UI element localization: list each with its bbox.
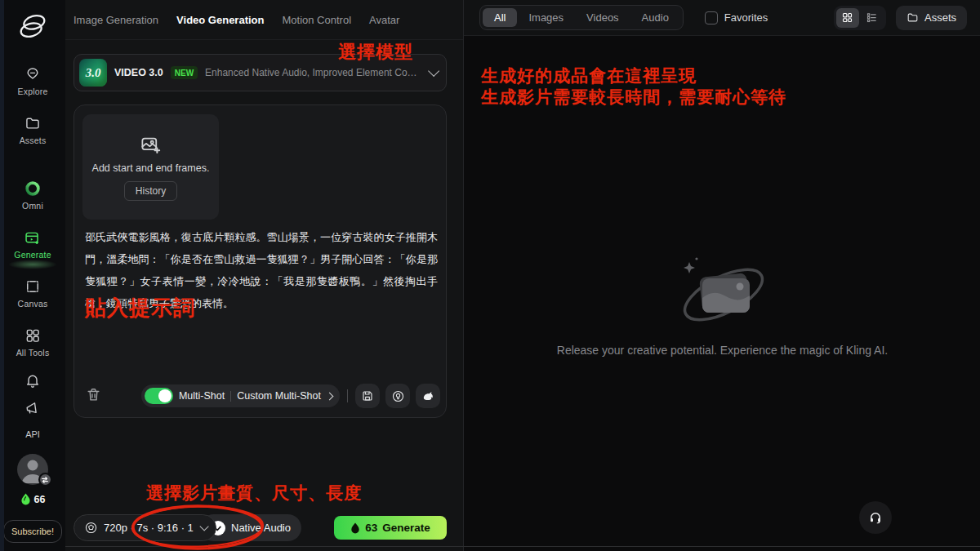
sidebar-item-label: Explore [17,87,47,96]
sidebar-item-label: Generate [14,250,51,260]
toolbar-right-cluster: Multi-Shot Custom Multi-Shot [141,384,440,408]
toolbar-separator [347,389,348,402]
multi-shot-toggle[interactable] [145,388,173,404]
history-button[interactable]: History [124,181,177,201]
filter-all[interactable]: All [483,8,517,27]
favorites-label: Favorites [724,11,768,24]
sidebar-item-canvas[interactable]: Canvas [18,278,48,309]
sidebar-item-generate[interactable]: Generate [14,229,51,260]
list-view-icon [866,11,878,24]
add-frames-button[interactable]: Add start and end frames. History [82,114,219,220]
annotation-results-line2: 生成影片需要較長時間，需要耐心等待 [481,87,873,108]
annotation-results: 生成好的成品會在這裡呈現 生成影片需要較長時間，需要耐心等待 [481,65,873,108]
subscribe-button[interactable]: Subscribe! [3,520,62,543]
chevron-down-icon [428,65,439,77]
credit-drop-icon [20,493,31,505]
credits-balance[interactable]: 66 [20,493,46,505]
tab-avatar[interactable]: Avatar [369,14,399,26]
favorites-filter[interactable]: Favorites [705,11,768,24]
delete-prompt-icon[interactable] [86,387,104,405]
sidebar: Explore Assets Omni [0,0,65,551]
save-icon [361,389,374,402]
ai-assist-button[interactable] [416,384,440,408]
user-avatar[interactable] [17,454,48,485]
grid-icon [24,327,42,344]
kling-logo-icon[interactable] [11,8,54,44]
empty-state: Release your creative potential. Experie… [464,256,980,357]
image-plus-icon [140,134,162,156]
save-prompt-button[interactable] [355,384,380,408]
filter-segmented-control: All Images Videos Audio [479,5,684,30]
list-view-button[interactable] [861,8,884,28]
sidebar-item-label: Omni [22,201,43,211]
frames-label: Add start and end frames. [92,162,210,176]
favorites-checkbox[interactable] [705,11,718,24]
tab-video-generation[interactable]: Video Generation [176,14,264,26]
omni-ring-icon [24,180,42,198]
header-right-cluster: Assets [834,6,967,30]
filter-audio[interactable]: Audio [630,8,680,27]
model-name: VIDEO 3.0 [114,67,163,78]
results-panel: All Images Videos Audio Favorites [463,0,980,551]
folder-icon [24,114,42,132]
multi-shot-label: Multi-Shot [179,390,225,402]
filter-videos[interactable]: Videos [575,8,630,27]
headset-icon [868,510,883,525]
sidebar-item-assets[interactable]: Assets [20,114,47,145]
grid-view-button[interactable] [836,8,859,28]
sidebar-item-api[interactable]: API [25,429,40,439]
model-description: Enhanced Native Audio, Improved Element … [205,67,421,78]
annotation-settings: 選擇影片畫質、尺寸、長度 [146,482,362,504]
video-settings-dropdown[interactable]: 720p · 7s · 9:16 · 1 [74,514,216,541]
lightbulb-icon [391,389,405,403]
sidebar-item-explore[interactable]: Explore [17,65,47,96]
support-button[interactable] [859,501,892,534]
model-version-badge: 3.0 [79,59,107,87]
generate-button[interactable]: 63 Generate [334,516,447,540]
chevron-right-icon [326,392,334,400]
sidebar-item-label: Assets [20,136,47,145]
sidebar-edge-strip [0,0,4,551]
flame-icon [350,522,360,534]
sidebar-bottom: API 66 Subscribe! ⋯ [3,358,62,551]
empty-gallery-planet-icon [670,256,776,334]
tab-image-generation[interactable]: Image Generation [74,14,158,26]
kling-app: Explore Assets Omni [0,0,980,551]
notifications-bell-icon[interactable] [24,372,41,389]
model-selector[interactable]: 3.0 VIDEO 3.0 NEW Enhanced Native Audio,… [74,54,447,91]
canvas-frame-icon [24,278,42,295]
active-glow [8,260,57,269]
settings-aperture-icon [84,521,98,535]
generation-panel: Image Generation Video Generation Motion… [65,0,463,551]
sidebar-item-all-tools[interactable]: All Tools [16,327,50,358]
prompt-card: Add start and end frames. History 邵氏武俠電影… [74,104,447,418]
mode-tabbar: Image Generation Video Generation Motion… [65,0,463,40]
generate-label: Generate [382,522,430,534]
empty-state-message: Release your creative potential. Experie… [557,344,888,357]
grid-view-icon [841,11,853,24]
sidebar-item-label: All Tools [16,348,50,358]
prompt-input[interactable]: 邵氏武俠電影風格，復古底片顆粒感。雪山場景，一位穿古裝的女子推開木門，溫柔地問：… [85,226,438,314]
native-audio-label: Native Audio [231,522,291,534]
generate-cost: 63 [365,522,377,534]
settings-summary: 720p · 7s · 9:16 · 1 [104,522,194,534]
multi-shot-control: Multi-Shot Custom Multi-Shot [141,384,340,407]
tab-motion-control[interactable]: Motion Control [282,14,351,26]
account-switch-icon [38,473,52,487]
generate-icon [24,229,42,247]
pill-divider [230,391,231,402]
new-badge: NEW [171,66,198,79]
announcement-megaphone-icon[interactable] [24,400,41,416]
custom-multi-shot-button[interactable]: Custom Multi-Shot [237,390,321,402]
results-header: All Images Videos Audio Favorites [464,0,980,36]
view-toggle [834,6,886,30]
explore-icon [24,65,42,83]
sidebar-item-omni[interactable]: Omni [22,180,43,211]
assets-button-label: Assets [924,11,956,24]
assets-button[interactable]: Assets [896,6,967,30]
whale-icon [421,389,435,403]
chevron-down-icon [199,522,208,531]
filter-images[interactable]: Images [517,8,575,27]
inspiration-button[interactable] [385,384,410,408]
folder-icon [906,11,919,24]
